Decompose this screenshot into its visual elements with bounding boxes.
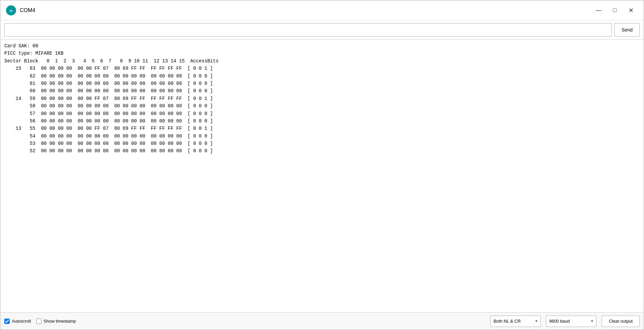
- autoscroll-label[interactable]: Autoscroll: [4, 319, 31, 324]
- serial-monitor-window: ∞ COM4 — □ ✕ Send Card SAK: 08 PICC type…: [0, 0, 644, 330]
- status-bar: Autoscroll Show timestamp No line ending…: [0, 312, 644, 330]
- output-text: Card SAK: 08 PICC type: MIFARE 1KB Secto…: [4, 42, 640, 155]
- maximize-button[interactable]: □: [607, 3, 622, 18]
- close-button[interactable]: ✕: [624, 3, 638, 18]
- show-timestamp-label[interactable]: Show timestamp: [36, 319, 76, 324]
- send-bar: Send: [0, 20, 644, 40]
- minimize-button[interactable]: —: [591, 3, 606, 18]
- clear-output-button[interactable]: Clear output: [602, 316, 640, 327]
- autoscroll-text: Autoscroll: [12, 319, 31, 324]
- title-bar: ∞ COM4 — □ ✕: [0, 0, 644, 20]
- title-bar-controls: — □ ✕: [591, 3, 638, 18]
- arduino-logo-icon: ∞: [6, 5, 16, 16]
- window-title: COM4: [20, 7, 35, 13]
- autoscroll-checkbox[interactable]: [4, 319, 10, 324]
- baud-rate-dropdown[interactable]: 300 baud 1200 baud 2400 baud 4800 baud 9…: [546, 316, 596, 327]
- show-timestamp-text: Show timestamp: [44, 319, 76, 324]
- message-input[interactable]: [4, 23, 612, 37]
- show-timestamp-checkbox[interactable]: [36, 319, 42, 324]
- output-area[interactable]: Card SAK: 08 PICC type: MIFARE 1KB Secto…: [0, 40, 644, 312]
- svg-text:∞: ∞: [9, 8, 12, 13]
- line-ending-dropdown-wrapper: No line ending Newline Carriage return B…: [490, 316, 541, 327]
- line-ending-dropdown[interactable]: No line ending Newline Carriage return B…: [490, 316, 541, 327]
- baud-rate-dropdown-wrapper: 300 baud 1200 baud 2400 baud 4800 baud 9…: [546, 316, 596, 327]
- title-bar-left: ∞ COM4: [6, 5, 591, 16]
- send-button[interactable]: Send: [614, 23, 640, 37]
